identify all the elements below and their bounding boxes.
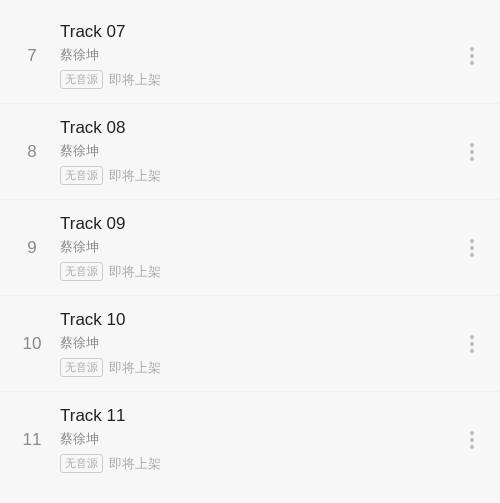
track-number: 8	[16, 142, 48, 162]
track-artist: 蔡徐坤	[60, 334, 460, 352]
track-info: Track 10 蔡徐坤 无音源 即将上架	[60, 310, 460, 377]
track-artist: 蔡徐坤	[60, 46, 460, 64]
dot	[470, 61, 474, 65]
track-meta: 无音源 即将上架	[60, 358, 460, 377]
dot	[470, 54, 474, 58]
dot	[470, 349, 474, 353]
dot	[470, 253, 474, 257]
dot	[470, 431, 474, 435]
track-artist: 蔡徐坤	[60, 238, 460, 256]
coming-soon-label: 即将上架	[109, 263, 161, 281]
track-item[interactable]: 7 Track 07 蔡徐坤 无音源 即将上架	[0, 8, 500, 103]
track-number: 10	[16, 334, 48, 354]
more-button[interactable]	[460, 43, 484, 69]
coming-soon-label: 即将上架	[109, 71, 161, 89]
track-item[interactable]: 11 Track 11 蔡徐坤 无音源 即将上架	[0, 391, 500, 487]
track-info: Track 08 蔡徐坤 无音源 即将上架	[60, 118, 460, 185]
coming-soon-label: 即将上架	[109, 455, 161, 473]
more-button[interactable]	[460, 427, 484, 453]
track-artist: 蔡徐坤	[60, 142, 460, 160]
track-item[interactable]: 9 Track 09 蔡徐坤 无音源 即将上架	[0, 199, 500, 295]
no-source-tag: 无音源	[60, 70, 103, 89]
track-meta: 无音源 即将上架	[60, 166, 460, 185]
track-number: 11	[16, 430, 48, 450]
track-meta: 无音源 即将上架	[60, 262, 460, 281]
track-number: 9	[16, 238, 48, 258]
no-source-tag: 无音源	[60, 166, 103, 185]
track-title: Track 10	[60, 310, 460, 330]
dot	[470, 342, 474, 346]
dot	[470, 445, 474, 449]
dot	[470, 150, 474, 154]
track-item[interactable]: 10 Track 10 蔡徐坤 无音源 即将上架	[0, 295, 500, 391]
dot	[470, 438, 474, 442]
track-title: Track 11	[60, 406, 460, 426]
track-meta: 无音源 即将上架	[60, 70, 460, 89]
track-title: Track 09	[60, 214, 460, 234]
track-title: Track 08	[60, 118, 460, 138]
track-item[interactable]: 8 Track 08 蔡徐坤 无音源 即将上架	[0, 103, 500, 199]
no-source-tag: 无音源	[60, 262, 103, 281]
coming-soon-label: 即将上架	[109, 167, 161, 185]
dot	[470, 143, 474, 147]
track-info: Track 09 蔡徐坤 无音源 即将上架	[60, 214, 460, 281]
track-list: 7 Track 07 蔡徐坤 无音源 即将上架 8 Track 08 蔡徐坤	[0, 0, 500, 495]
dot	[470, 246, 474, 250]
track-info: Track 11 蔡徐坤 无音源 即将上架	[60, 406, 460, 473]
more-button[interactable]	[460, 139, 484, 165]
coming-soon-label: 即将上架	[109, 359, 161, 377]
dot	[470, 47, 474, 51]
track-title: Track 07	[60, 22, 460, 42]
more-button[interactable]	[460, 331, 484, 357]
track-artist: 蔡徐坤	[60, 430, 460, 448]
track-meta: 无音源 即将上架	[60, 454, 460, 473]
no-source-tag: 无音源	[60, 454, 103, 473]
more-button[interactable]	[460, 235, 484, 261]
track-number: 7	[16, 46, 48, 66]
dot	[470, 239, 474, 243]
track-info: Track 07 蔡徐坤 无音源 即将上架	[60, 22, 460, 89]
no-source-tag: 无音源	[60, 358, 103, 377]
dot	[470, 157, 474, 161]
dot	[470, 335, 474, 339]
